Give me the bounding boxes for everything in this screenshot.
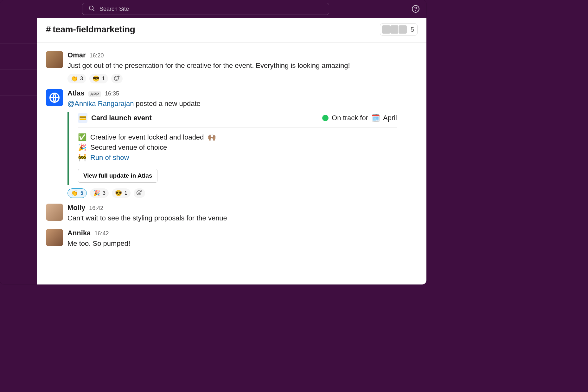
add-reaction-button[interactable] (111, 74, 123, 83)
message-author[interactable]: Omar (67, 51, 86, 59)
message-text: @Annika Rangarajan posted a new update (67, 99, 418, 109)
status-date: April (383, 114, 397, 122)
avatar[interactable] (46, 51, 63, 68)
hash-icon: # (46, 24, 51, 34)
attachment-title-text: Card launch event (91, 114, 152, 122)
attachment-item-text: Secured venue of choice (90, 143, 167, 152)
member-avatars (381, 25, 407, 34)
attachment-item-link[interactable]: Run of show (90, 154, 129, 162)
search-placeholder: Search Site (99, 6, 129, 12)
view-full-update-button[interactable]: View full update in Atlas (78, 169, 157, 183)
attachment-status: On track for 🗓️ April (322, 114, 397, 122)
attachment-item: 🚧 Run of show (78, 154, 397, 162)
attachment-item-text: Creative for event locked and loaded (90, 133, 204, 141)
top-bar: Search Site (0, 0, 426, 18)
sidebar (0, 18, 37, 284)
main-panel: #team-fieldmarketing 5 (37, 18, 426, 284)
reaction-clap[interactable]: 👏 3 (67, 74, 86, 83)
svg-point-5 (115, 77, 116, 78)
status-on-track-icon (322, 115, 329, 121)
svg-point-0 (89, 6, 93, 10)
message-time: 16:20 (89, 52, 104, 59)
members-button[interactable]: 5 (380, 23, 418, 36)
reaction-count: 1 (102, 76, 105, 82)
clap-icon: 👏 (71, 190, 78, 197)
message-time: 16:42 (89, 205, 103, 212)
message-body: Omar 16:20 Just got out of the presentat… (67, 51, 418, 83)
check-icon: ✅ (78, 133, 86, 141)
construction-icon: 🚧 (78, 154, 86, 162)
app-shell: Search Site #team-fieldmarketing (0, 0, 426, 284)
attachment-title[interactable]: 💳 Card launch event (78, 113, 152, 123)
add-reaction-icon (114, 75, 120, 82)
channel-header: #team-fieldmarketing 5 (37, 18, 426, 43)
message: Molly 16:42 Can’t wait to see the stylin… (46, 199, 418, 225)
attachment-item: 🎉 Secured venue of choice (78, 143, 397, 152)
sidebar-block (0, 44, 37, 70)
message-body: Molly 16:42 Can’t wait to see the stylin… (67, 204, 418, 223)
channel-name: team-fieldmarketing (53, 24, 135, 34)
svg-point-3 (415, 10, 416, 11)
message-text: Me too. So pumped! (67, 238, 418, 249)
message-body: Atlas APP 16:35 @Annika Rangarajan poste… (67, 89, 418, 198)
svg-point-4 (114, 76, 118, 80)
status-label: On track for (332, 114, 368, 122)
search-input[interactable]: Search Site (82, 3, 329, 15)
reaction-count: 1 (125, 190, 127, 196)
card-icon: 💳 (78, 113, 87, 123)
sidebar-block (0, 70, 37, 96)
message-text: Can’t wait to see the styling proposals … (67, 213, 418, 223)
reactions: 👏 5 🎉 3 😎 1 (67, 188, 418, 198)
reactions: 👏 3 😎 1 (67, 74, 418, 83)
message: Atlas APP 16:35 @Annika Rangarajan poste… (46, 85, 418, 199)
message-author[interactable]: Atlas (67, 89, 85, 97)
attachment-item: ✅ Creative for event locked and loaded 🙌… (78, 133, 397, 141)
member-count: 5 (411, 26, 414, 33)
message-body: Annika 16:42 Me too. So pumped! (67, 229, 418, 249)
help-button[interactable] (411, 4, 421, 14)
search-wrap: Search Site (6, 3, 406, 15)
attachment-header: 💳 Card launch event On track for 🗓️ Apri… (78, 113, 397, 127)
avatar (398, 25, 407, 34)
mention-link[interactable]: @Annika Rangarajan (67, 100, 134, 108)
message-text-suffix: posted a new update (134, 100, 200, 108)
message-text: Just got out of the presentation for the… (67, 61, 418, 71)
svg-line-1 (93, 10, 94, 11)
svg-point-12 (139, 192, 140, 193)
calendar-icon: 🗓️ (371, 114, 380, 122)
message-author[interactable]: Annika (67, 229, 91, 237)
message-time: 16:35 (105, 90, 119, 97)
reaction-sunglasses[interactable]: 😎 1 (112, 188, 131, 198)
add-reaction-icon (136, 189, 143, 197)
search-icon (88, 5, 95, 13)
sunglasses-icon: 😎 (93, 75, 99, 82)
clap-icon: 👏 (71, 75, 78, 82)
attachment-items: ✅ Creative for event locked and loaded 🙌… (78, 127, 397, 164)
svg-point-6 (117, 77, 117, 78)
raised-hands-icon: 🙌🏽 (208, 133, 216, 141)
sunglasses-icon: 😎 (115, 190, 122, 197)
reaction-count: 3 (80, 76, 83, 82)
reaction-clap[interactable]: 👏 5 (67, 188, 87, 198)
reaction-party[interactable]: 🎉 3 (90, 188, 109, 198)
message-author[interactable]: Molly (67, 204, 85, 212)
message: Omar 16:20 Just got out of the presentat… (46, 47, 418, 85)
sidebar-block (0, 18, 37, 44)
svg-point-10 (137, 191, 141, 195)
reaction-count: 5 (80, 190, 83, 196)
app-badge: APP (88, 91, 101, 97)
add-reaction-button[interactable] (134, 188, 145, 198)
attachment-card: 💳 Card launch event On track for 🗓️ Apri… (67, 112, 397, 185)
message-list[interactable]: Omar 16:20 Just got out of the presentat… (37, 43, 426, 284)
party-icon: 🎉 (78, 143, 86, 152)
avatar[interactable] (46, 89, 63, 106)
avatar[interactable] (46, 204, 63, 221)
avatar[interactable] (46, 229, 63, 246)
body: #team-fieldmarketing 5 (0, 18, 426, 284)
party-icon: 🎉 (93, 190, 100, 197)
channel-title[interactable]: #team-fieldmarketing (46, 24, 135, 35)
message-time: 16:42 (94, 230, 109, 237)
reaction-count: 3 (103, 190, 105, 196)
reaction-sunglasses[interactable]: 😎 1 (89, 74, 108, 83)
message: Annika 16:42 Me too. So pumped! (46, 225, 418, 250)
